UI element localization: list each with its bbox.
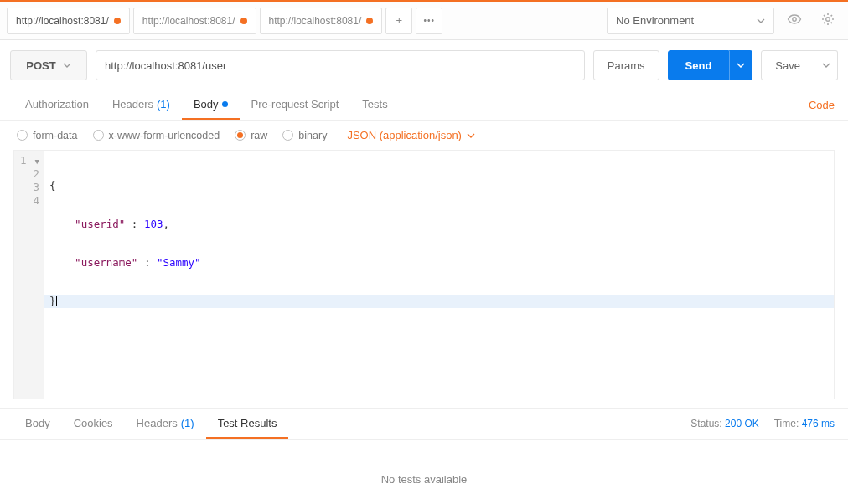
send-button[interactable]: Send <box>668 50 730 80</box>
response-meta: Status: 200 OK Time: 476 ms <box>690 418 835 429</box>
line-number: 3 <box>33 181 39 193</box>
line-number: 4 <box>33 194 39 207</box>
radio-icon-selected <box>235 130 246 141</box>
radio-icon <box>93 130 104 141</box>
time-label: Time: <box>774 418 799 429</box>
request-tab-3[interactable]: http://localhost:8081/ <box>260 8 383 34</box>
url-input[interactable] <box>96 50 585 80</box>
save-button[interactable]: Save <box>761 50 814 80</box>
tab-label: Authorization <box>25 98 89 111</box>
tab-headers[interactable]: Headers (1) <box>101 90 182 120</box>
dirty-dot-icon <box>366 18 373 24</box>
request-tabs: http://localhost:8081/ http://localhost:… <box>7 2 607 39</box>
json-value: "Sammy" <box>157 256 201 269</box>
svg-point-1 <box>826 18 830 22</box>
content-type-select[interactable]: JSON (application/json) <box>347 129 475 141</box>
tab-label: Headers <box>112 98 153 111</box>
radio-label: form-data <box>33 130 78 141</box>
environment-preview-button[interactable] <box>781 8 808 34</box>
radio-raw[interactable]: raw <box>235 130 267 141</box>
tab-label: Tests <box>362 98 387 111</box>
svg-point-0 <box>793 18 796 21</box>
send-options-button[interactable] <box>729 50 752 80</box>
chevron-down-icon <box>737 63 745 68</box>
response-body-area: No tests available <box>0 440 848 486</box>
tab-prerequest[interactable]: Pre-request Script <box>240 90 351 120</box>
response-tab-tests[interactable]: Test Results <box>206 409 289 439</box>
request-tab-2[interactable]: http://localhost:8081/ <box>133 8 256 34</box>
header-row: http://localhost:8081/ http://localhost:… <box>0 2 848 40</box>
environment-select[interactable]: No Environment <box>607 8 774 34</box>
chevron-down-icon <box>467 133 475 138</box>
text-caret <box>56 296 57 306</box>
headers-count: (1) <box>181 417 194 429</box>
json-key: "userid" <box>75 218 125 230</box>
radio-urlencoded[interactable]: x-www-form-urlencoded <box>93 130 220 141</box>
tab-tests[interactable]: Tests <box>350 90 399 120</box>
code-label: Code <box>809 99 835 111</box>
tab-label: Pre-request Script <box>251 98 339 111</box>
http-method-label: POST <box>26 59 55 72</box>
time-value: 476 ms <box>802 418 835 429</box>
more-icon: ••• <box>423 16 435 25</box>
dirty-dot-icon <box>240 18 247 24</box>
header-right: No Environment <box>607 8 841 34</box>
params-button[interactable]: Params <box>593 50 659 80</box>
tab-body[interactable]: Body <box>182 90 240 120</box>
time-block: Time: 476 ms <box>774 418 835 429</box>
request-builder-row: POST Params Send Save <box>0 40 848 90</box>
http-method-select[interactable]: POST <box>10 50 87 80</box>
tab-label: Test Results <box>218 417 277 429</box>
tab-label: Body <box>194 98 219 111</box>
tab-label: Cookies <box>74 417 113 429</box>
settings-button[interactable] <box>814 8 841 34</box>
status-value: 200 OK <box>725 418 759 429</box>
radio-label: binary <box>298 130 327 141</box>
empty-tests-message: No tests available <box>381 473 468 486</box>
body-type-row: form-data x-www-form-urlencoded raw bina… <box>0 121 848 150</box>
request-tab-label: http://localhost:8081/ <box>16 15 109 27</box>
dirty-dot-icon <box>114 18 121 24</box>
response-tab-cookies[interactable]: Cookies <box>62 409 125 439</box>
tab-label: Headers <box>137 417 178 429</box>
headers-count: (1) <box>157 98 170 111</box>
gear-icon <box>821 13 835 28</box>
request-tab-1[interactable]: http://localhost:8081/ <box>7 8 130 34</box>
json-key: "username" <box>75 256 137 269</box>
request-tab-label: http://localhost:8081/ <box>269 15 362 27</box>
new-tab-button[interactable]: + <box>385 8 412 34</box>
response-tab-headers[interactable]: Headers (1) <box>125 409 206 439</box>
editor-gutter: 1 ▼ 2 3 4 <box>14 151 44 399</box>
tab-authorization[interactable]: Authorization <box>13 90 101 120</box>
radio-icon <box>282 130 293 141</box>
chevron-down-icon <box>822 63 830 68</box>
eye-icon <box>787 14 802 27</box>
radio-binary[interactable]: binary <box>282 130 327 141</box>
body-editor[interactable]: 1 ▼ 2 3 4 { "userid" : 103, "username" :… <box>13 150 835 399</box>
status-block: Status: 200 OK <box>690 418 758 429</box>
json-value: 103 <box>144 218 163 230</box>
tab-overflow-button[interactable]: ••• <box>416 8 442 34</box>
content-type-label: JSON (application/json) <box>347 129 462 141</box>
request-tab-label: http://localhost:8081/ <box>142 15 235 27</box>
request-section-tabs: Authorization Headers (1) Body Pre-reque… <box>0 90 848 121</box>
line-number: 2 <box>33 167 39 180</box>
environment-label: No Environment <box>616 14 694 27</box>
radio-label: x-www-form-urlencoded <box>109 130 220 141</box>
params-label: Params <box>608 59 645 72</box>
code-link[interactable]: Code <box>809 99 835 111</box>
radio-form-data[interactable]: form-data <box>17 130 78 141</box>
save-label: Save <box>775 59 800 72</box>
send-button-group: Send <box>668 50 753 80</box>
response-tab-body[interactable]: Body <box>13 409 62 439</box>
save-button-group: Save <box>761 50 838 80</box>
response-section-tabs: Body Cookies Headers (1) Test Results St… <box>0 408 848 440</box>
chevron-down-icon <box>757 18 765 23</box>
radio-icon <box>17 130 28 141</box>
save-options-button[interactable] <box>814 50 838 80</box>
radio-label: raw <box>251 130 267 141</box>
plus-icon: + <box>396 14 402 27</box>
editor-content[interactable]: { "userid" : 103, "username" : "Sammy" } <box>44 151 834 399</box>
fold-icon: ▼ <box>33 155 39 168</box>
line-number: 1 <box>20 154 27 167</box>
